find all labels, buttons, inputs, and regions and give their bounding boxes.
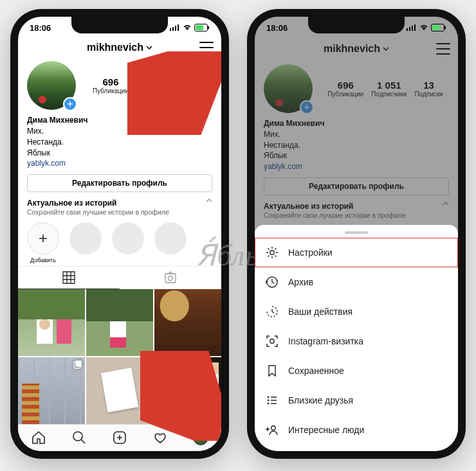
svg-point-28 bbox=[271, 426, 275, 430]
nav-search-icon[interactable] bbox=[71, 430, 87, 445]
tab-grid[interactable] bbox=[18, 267, 120, 289]
svg-rect-17 bbox=[412, 26, 413, 31]
post-thumbnail[interactable] bbox=[154, 289, 221, 356]
avatar[interactable]: + bbox=[27, 61, 76, 110]
device-frame-left: 18:06 mikhnevich bbox=[10, 9, 229, 459]
highlight-placeholder bbox=[112, 222, 144, 254]
menu-sheet: Настройки Архив Ваши действия Instagram-… bbox=[255, 225, 458, 451]
svg-point-8 bbox=[169, 276, 173, 280]
profile-tabs bbox=[18, 266, 221, 289]
tab-tagged[interactable] bbox=[120, 267, 221, 289]
bio-line: Яблык bbox=[27, 148, 212, 159]
menu-label: Сохраненное bbox=[288, 366, 344, 376]
profile-stats: 696 Публикации 1 051 Подписчики 13 Пдпис… bbox=[85, 76, 212, 94]
post-thumbnail[interactable] bbox=[86, 289, 153, 356]
activity-icon bbox=[265, 305, 279, 319]
device-notch bbox=[308, 17, 405, 33]
post-thumbnail[interactable] bbox=[18, 357, 85, 424]
battery-icon bbox=[194, 24, 210, 31]
bio-line: Мих. bbox=[27, 126, 212, 137]
device-notch bbox=[71, 17, 168, 33]
highlights-title: Актуальное из историй bbox=[27, 199, 169, 208]
post-thumbnail[interactable] bbox=[86, 357, 153, 424]
bottom-nav bbox=[18, 424, 221, 451]
svg-rect-6 bbox=[196, 25, 203, 30]
chevron-down-icon bbox=[146, 46, 152, 49]
bio-link[interactable]: yablyk.com bbox=[27, 158, 212, 169]
nav-profile-icon[interactable] bbox=[193, 430, 208, 445]
menu-nametag[interactable]: Instagram-визитка bbox=[255, 326, 458, 356]
gear-icon bbox=[265, 245, 279, 260]
screen-content: mikhnevich + 696 Публикации bbox=[18, 36, 221, 451]
svg-point-26 bbox=[268, 400, 270, 402]
list-icon bbox=[265, 393, 279, 407]
highlights-row: + Добавить bbox=[18, 218, 221, 266]
post-thumbnail[interactable] bbox=[154, 357, 221, 424]
svg-rect-15 bbox=[407, 28, 408, 31]
sheet-handle[interactable] bbox=[345, 231, 368, 234]
nav-add-icon[interactable] bbox=[112, 430, 127, 445]
status-time: 18:06 bbox=[266, 23, 288, 33]
svg-rect-5 bbox=[208, 26, 209, 30]
status-time: 18:06 bbox=[30, 23, 51, 33]
highlights-header[interactable]: Актуальное из историй Сохраняйте свои лу… bbox=[18, 192, 221, 218]
highlight-placeholder bbox=[69, 222, 102, 254]
device-frame-right: 18:06 mikhnevich bbox=[247, 9, 466, 459]
menu-archive[interactable]: Архив bbox=[255, 267, 458, 297]
chevron-up-icon bbox=[206, 199, 212, 202]
archive-icon bbox=[265, 275, 279, 289]
wifi-icon bbox=[183, 24, 192, 31]
menu-saved[interactable]: Сохраненное bbox=[255, 356, 458, 386]
profile-bio: Дима Михневич Мих. Нестанда. Яблык yably… bbox=[18, 112, 221, 174]
menu-close-friends[interactable]: Близкие друзья bbox=[255, 386, 458, 415]
svg-point-22 bbox=[270, 251, 274, 254]
svg-point-11 bbox=[73, 432, 82, 441]
username-text: mikhnevich bbox=[87, 42, 143, 53]
svg-rect-18 bbox=[414, 24, 416, 31]
wifi-icon bbox=[419, 24, 428, 31]
svg-rect-0 bbox=[170, 28, 171, 31]
stat-posts[interactable]: 696 Публикации bbox=[93, 76, 129, 94]
menu-label: Настройки bbox=[288, 247, 333, 258]
bookmark-icon bbox=[265, 364, 279, 378]
stat-following[interactable]: 13 Пдписки bbox=[179, 76, 205, 94]
menu-label: Архив bbox=[288, 277, 313, 287]
svg-rect-3 bbox=[178, 24, 179, 31]
username-dropdown[interactable]: mikhnevich bbox=[87, 42, 152, 53]
nav-home-icon[interactable] bbox=[31, 430, 46, 445]
bio-line: Нестанда. bbox=[27, 137, 212, 148]
menu-label: Ваши действия bbox=[288, 307, 352, 317]
menu-label: Instagram-визитка bbox=[288, 336, 363, 346]
svg-point-24 bbox=[270, 339, 274, 343]
menu-label: Близкие друзья bbox=[288, 395, 353, 405]
stat-followers[interactable]: 1 051 Подписчики bbox=[136, 76, 172, 94]
svg-rect-20 bbox=[444, 26, 446, 30]
add-people-icon bbox=[265, 423, 279, 437]
edit-profile-button[interactable]: Редактировать профиль bbox=[27, 174, 212, 192]
menu-button[interactable] bbox=[199, 42, 214, 53]
posts-grid bbox=[18, 289, 221, 424]
bio-name: Дима Михневич bbox=[27, 115, 212, 126]
svg-rect-2 bbox=[175, 26, 176, 31]
signal-icon bbox=[407, 24, 417, 31]
svg-point-25 bbox=[268, 396, 270, 398]
svg-rect-16 bbox=[409, 27, 410, 31]
profile-header: mikhnevich bbox=[18, 36, 221, 58]
svg-point-27 bbox=[268, 403, 270, 405]
menu-settings[interactable]: Настройки bbox=[255, 238, 458, 267]
post-thumbnail[interactable] bbox=[18, 289, 85, 356]
svg-rect-7 bbox=[165, 274, 176, 283]
nav-activity-icon[interactable] bbox=[152, 430, 168, 445]
menu-discover-people[interactable]: Интересные люди bbox=[255, 415, 458, 445]
battery-icon bbox=[431, 24, 446, 31]
svg-rect-21 bbox=[432, 25, 440, 30]
highlights-subtitle: Сохраняйте свои лучшие истории в профиле bbox=[27, 208, 169, 216]
menu-label: Интересные люди bbox=[288, 425, 364, 435]
signal-icon bbox=[170, 24, 180, 31]
carousel-icon bbox=[73, 360, 82, 369]
menu-activity[interactable]: Ваши действия bbox=[255, 297, 458, 326]
add-story-button[interactable]: + bbox=[63, 97, 77, 111]
highlight-placeholder bbox=[154, 222, 187, 254]
svg-rect-1 bbox=[172, 27, 174, 31]
add-highlight-button[interactable]: + Добавить bbox=[27, 222, 59, 263]
